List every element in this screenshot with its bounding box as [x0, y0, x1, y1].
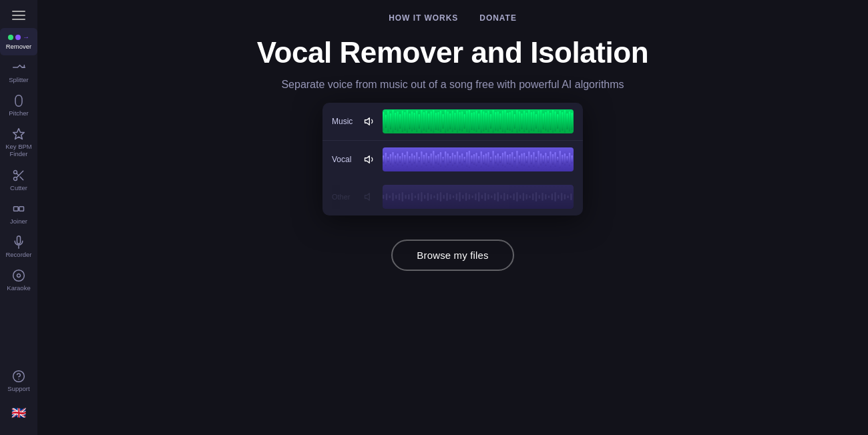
svg-rect-209: [485, 193, 486, 201]
sidebar-item-key-bpm[interactable]: Key BPMFinder: [0, 122, 37, 163]
svg-rect-103: [399, 156, 401, 163]
svg-rect-221: [523, 193, 524, 201]
sidebar-item-label: Joiner: [10, 218, 27, 225]
svg-rect-172: [564, 153, 566, 165]
svg-rect-83: [545, 112, 546, 131]
svg-rect-49: [464, 114, 465, 129]
svg-rect-100: [392, 152, 393, 167]
sidebar-item-label: Splitter: [9, 76, 29, 83]
svg-rect-50: [466, 111, 467, 132]
sidebar-item-splitter[interactable]: Splitter: [0, 55, 37, 89]
svg-rect-199: [453, 195, 454, 198]
svg-rect-66: [504, 110, 505, 133]
sidebar-bottom: Support 🇬🇧: [7, 364, 29, 435]
svg-rect-87: [554, 111, 556, 131]
svg-rect-196: [443, 195, 445, 199]
svg-rect-164: [545, 153, 546, 166]
svg-rect-47: [459, 112, 460, 131]
svg-rect-145: [499, 156, 501, 163]
browse-files-button[interactable]: Browse my files: [391, 240, 513, 271]
svg-rect-105: [404, 155, 405, 164]
svg-rect-106: [407, 151, 408, 167]
svg-rect-177: [383, 195, 384, 199]
svg-rect-219: [516, 192, 517, 201]
svg-rect-39: [440, 111, 441, 132]
hero-title: Vocal Remover and Isolation: [257, 36, 648, 69]
svg-rect-51: [469, 110, 470, 133]
sidebar-item-cutter[interactable]: Cutter: [0, 163, 37, 197]
svg-rect-21: [397, 111, 398, 131]
svg-rect-124: [449, 156, 451, 163]
hamburger-icon: [12, 11, 25, 20]
svg-rect-228: [545, 194, 546, 199]
sidebar-item-joiner[interactable]: Joiner: [0, 197, 37, 230]
sidebar-item-label: Key BPMFinder: [5, 143, 32, 158]
svg-rect-119: [437, 154, 439, 165]
svg-rect-186: [411, 193, 413, 201]
svg-rect-58: [485, 113, 487, 130]
svg-rect-214: [500, 195, 501, 199]
svg-rect-67: [507, 113, 508, 130]
svg-rect-179: [389, 195, 391, 198]
svg-rect-109: [413, 155, 415, 163]
svg-rect-94: [571, 113, 572, 130]
svg-rect-42: [447, 111, 449, 131]
svg-rect-227: [541, 193, 543, 201]
nav-donate[interactable]: DONATE: [479, 13, 517, 23]
hamburger-menu[interactable]: [0, 0, 37, 28]
svg-point-11: [17, 274, 21, 277]
svg-rect-90: [562, 112, 563, 131]
svg-rect-18: [390, 113, 391, 129]
waveform-illustration: Music: [322, 103, 583, 215]
svg-line-5: [17, 173, 19, 175]
svg-rect-129: [461, 153, 463, 165]
svg-rect-207: [478, 192, 479, 201]
music-track-row: Music: [322, 103, 583, 141]
svg-rect-195: [440, 192, 441, 201]
sidebar-item-remover[interactable]: → Remover: [0, 28, 37, 55]
nav-how-it-works[interactable]: HOW IT WORKS: [389, 13, 458, 23]
sidebar-item-label: Support: [7, 385, 29, 392]
other-volume-icon: [364, 191, 376, 203]
svg-rect-229: [548, 195, 550, 198]
music-volume-icon: [364, 115, 376, 127]
other-track-row: Other: [322, 178, 583, 215]
svg-rect-116: [431, 153, 432, 165]
svg-rect-157: [528, 151, 529, 167]
svg-rect-204: [469, 194, 470, 199]
svg-rect-234: [564, 194, 566, 199]
sidebar-item-support[interactable]: Support: [7, 364, 29, 398]
svg-rect-217: [510, 195, 511, 198]
svg-rect-82: [543, 113, 544, 129]
svg-rect-19: [392, 110, 393, 133]
svg-rect-52: [471, 113, 472, 130]
sidebar-item-pitcher[interactable]: Pitcher: [0, 89, 37, 122]
svg-marker-95: [365, 156, 370, 163]
svg-rect-112: [421, 151, 422, 167]
svg-rect-97: [385, 153, 387, 166]
svg-rect-125: [452, 153, 453, 166]
svg-rect-218: [513, 193, 514, 200]
svg-rect-43: [449, 113, 451, 129]
svg-rect-193: [433, 195, 435, 198]
sidebar-item-karaoke[interactable]: Karaoke: [0, 264, 37, 297]
svg-rect-34: [428, 113, 429, 129]
svg-rect-69: [511, 111, 513, 132]
svg-rect-117: [433, 151, 434, 168]
svg-rect-53: [473, 112, 475, 131]
svg-rect-152: [516, 151, 517, 168]
svg-rect-130: [464, 157, 465, 162]
svg-rect-212: [494, 193, 495, 200]
hero-subtitle: Separate voice from music out of a song …: [281, 79, 624, 91]
svg-rect-166: [550, 151, 551, 167]
svg-rect-163: [543, 155, 544, 163]
svg-rect-25: [407, 110, 408, 133]
svg-rect-44: [452, 111, 453, 132]
svg-rect-178: [386, 193, 387, 200]
svg-rect-181: [395, 195, 397, 199]
language-selector[interactable]: 🇬🇧: [7, 400, 29, 426]
svg-rect-146: [502, 153, 503, 166]
sidebar-item-recorder[interactable]: Recorder: [0, 230, 37, 264]
svg-rect-170: [560, 151, 561, 168]
svg-rect-55: [478, 113, 479, 129]
